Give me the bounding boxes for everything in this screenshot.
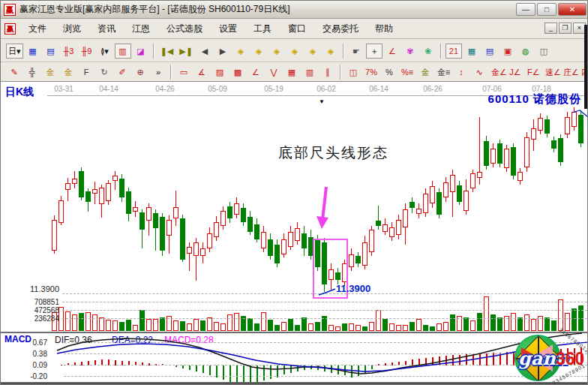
grid-tool-icon[interactable]: ╬ <box>24 65 40 80</box>
candle-body <box>410 202 415 208</box>
chart-right-scrollbar[interactable] <box>584 25 588 109</box>
updown-pen-icon[interactable]: ↕ <box>453 65 470 80</box>
kline-period-button[interactable]: 日▾ <box>6 44 23 59</box>
first-page-button[interactable]: ❚◀ <box>158 44 176 59</box>
date-label-06-14: 06-14 <box>369 85 388 93</box>
prev-button[interactable]: ◀ <box>196 44 213 59</box>
volume-bar <box>328 325 334 331</box>
square-grid-icon[interactable]: ▥ <box>302 65 318 80</box>
calculator-icon[interactable]: ▦ <box>464 44 480 59</box>
speed-angle-icon[interactable]: 速∠ <box>543 65 560 80</box>
date-label-06-26: 06-26 <box>423 85 442 93</box>
candle-body <box>524 137 530 167</box>
expand-diamond-icon[interactable]: ◈ <box>268 44 285 59</box>
tree-tool-icon[interactable]: ✾ <box>402 44 418 59</box>
report-icon[interactable]: ▤ <box>482 44 498 59</box>
minimize-button[interactable]: — <box>516 3 536 16</box>
j-angle-icon[interactable]: J∠ <box>507 65 524 80</box>
candle-body <box>153 213 158 228</box>
intraday-chart-icon[interactable]: ▥ <box>115 44 131 59</box>
gold-line-icon[interactable]: 金≡ <box>435 65 452 80</box>
menu-item-帮助[interactable]: 帮助 <box>367 20 401 38</box>
rect-tool-icon[interactable]: ▭ <box>176 65 192 80</box>
menu-item-工具[interactable]: 工具 <box>245 20 280 38</box>
gold-circle-icon[interactable]: 金 <box>417 65 434 80</box>
volume-bar <box>146 319 152 331</box>
candle-body <box>544 119 550 134</box>
next-button[interactable]: ▶ <box>214 44 231 59</box>
full-diamond-icon[interactable]: ◈ <box>322 44 339 59</box>
maximize-button[interactable]: □ <box>537 3 556 16</box>
candle-body <box>295 228 300 241</box>
zoom-right-diamond-icon[interactable]: ◈ <box>250 44 267 59</box>
close-button[interactable]: ✕ <box>558 3 586 16</box>
minute3-chart-icon[interactable]: ╫3 <box>61 44 77 59</box>
menu-item-公式选股[interactable]: 公式选股 <box>158 20 211 38</box>
gold-grid1-icon[interactable]: 金 <box>42 65 58 80</box>
banker-angle-icon[interactable]: 庄∠ <box>561 65 578 80</box>
gold-grid2-icon[interactable]: 金 <box>60 65 76 80</box>
last-page-button[interactable]: ▶❚ <box>177 44 195 59</box>
macd-scale-0.09: 0.09 <box>1 361 47 369</box>
gann-grid-icon[interactable]: ▩ <box>230 65 246 80</box>
volume-bar <box>160 317 165 331</box>
chart-canvas[interactable]: 日K线 03-3104-1404-2605-0905-1906-0206-140… <box>1 82 588 385</box>
volume-bar <box>112 320 118 331</box>
menu-item-江恩[interactable]: 江恩 <box>124 20 158 38</box>
compress-diamond-icon[interactable]: ◈ <box>286 44 303 59</box>
date-label-05-19: 05-19 <box>264 85 284 93</box>
angle-measure-icon[interactable]: ∠ <box>384 44 400 59</box>
volume-bar <box>86 312 91 331</box>
menu-item-文件[interactable]: 文件 <box>20 20 55 38</box>
mdi-restore-button[interactable]: ❐ <box>559 23 572 34</box>
cycle-circle-icon[interactable]: ↻ <box>96 65 112 80</box>
gann-box-icon[interactable]: ▨ <box>212 65 228 80</box>
dense-grid-icon[interactable]: ▦ <box>284 65 300 80</box>
vee-line-icon[interactable]: ⋁ <box>266 65 282 80</box>
candle-body <box>288 232 293 247</box>
volume-bar <box>234 313 239 331</box>
menu-item-资讯[interactable]: 资讯 <box>89 20 124 38</box>
menu-item-窗口[interactable]: 窗口 <box>280 20 314 38</box>
menu-item-交易委托[interactable]: 交易委托 <box>314 20 367 38</box>
time-circle-icon[interactable]: ⊕ <box>132 65 148 80</box>
gold-angle-icon[interactable]: 金∠ <box>489 65 506 80</box>
mdi-minimize-button[interactable]: _ <box>544 23 557 34</box>
percent-line-icon[interactable]: %≡ <box>399 65 416 80</box>
angle-line-icon[interactable]: ∠ <box>248 65 264 80</box>
pan-hand-icon[interactable]: ☛ <box>348 44 364 59</box>
candle-style-button[interactable]: ≬▾ <box>97 44 113 59</box>
minute9-chart-icon[interactable]: ╫9 <box>79 44 95 59</box>
print-icon[interactable]: ◫ <box>536 44 552 59</box>
price-table-icon[interactable]: ◫ <box>345 65 362 80</box>
zoom-left-diamond-icon[interactable]: ◈ <box>232 44 249 59</box>
save-icon[interactable]: ▣ <box>500 44 516 59</box>
percent7-icon[interactable]: 7% <box>363 65 380 80</box>
pen-ruler-icon[interactable]: ✐ <box>114 65 130 80</box>
candle-body <box>430 186 435 203</box>
volume-bar <box>335 326 340 331</box>
percent-icon[interactable]: % <box>381 65 398 80</box>
menu-item-设置[interactable]: 设置 <box>211 20 245 38</box>
candle-body <box>376 221 381 226</box>
color-histogram-icon[interactable]: ◪ <box>133 44 149 59</box>
calendar-icon[interactable]: 21 <box>446 44 462 59</box>
f-angle-icon[interactable]: F∠ <box>525 65 542 80</box>
wave-line-icon[interactable]: ∿ <box>471 65 488 80</box>
volume-bar <box>254 323 260 331</box>
network-icon[interactable]: ◍ <box>518 44 534 59</box>
menu-item-浏览[interactable]: 浏览 <box>55 20 89 38</box>
more-tools-chevron[interactable]: » <box>150 65 166 80</box>
volume-scale-472568: 472568 <box>1 306 59 314</box>
brain-tool-icon[interactable]: ❀ <box>420 44 436 59</box>
parallel-lines-icon[interactable]: ∥ <box>320 65 336 80</box>
crosshair-icon[interactable]: ＋ <box>366 44 382 59</box>
macd-histogram-bar <box>290 365 292 373</box>
brush-icon[interactable]: ✎ <box>6 65 22 80</box>
gann-fan-icon[interactable]: ∡ <box>194 65 210 80</box>
title-bar[interactable]: 赢 赢家江恩专业版[赢家内部服务平台] - [诺德股份 SH600110-79日… <box>1 1 588 19</box>
f-grid-icon[interactable]: F <box>78 65 94 80</box>
quote-list-icon[interactable]: ▤ <box>43 44 59 59</box>
panorama-icon[interactable]: ▦ <box>25 44 41 59</box>
wide-diamond-icon[interactable]: ◈ <box>304 44 321 59</box>
